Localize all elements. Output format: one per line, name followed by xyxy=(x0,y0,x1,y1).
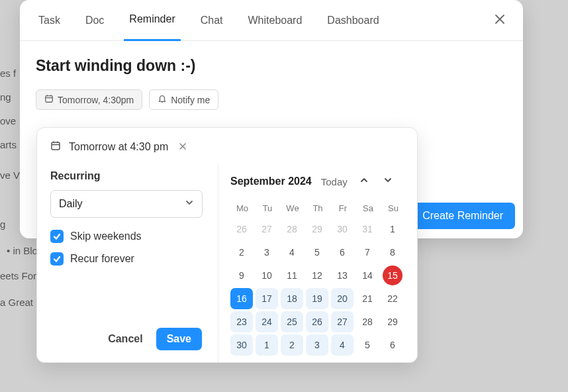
recur-forever-checkbox[interactable]: Recur forever xyxy=(50,252,205,266)
chip-row: Tomorrow, 4:30pm Notify me xyxy=(36,89,507,110)
save-button[interactable]: Save xyxy=(156,328,202,350)
calendar-day[interactable]: 1 xyxy=(381,219,404,240)
calendar-dow: Fr xyxy=(331,199,355,217)
calendar-day[interactable]: 12 xyxy=(306,265,328,286)
calendar-day[interactable]: 16 xyxy=(230,288,253,309)
checkbox-checked-icon xyxy=(50,230,64,243)
calendar-grid: MoTuWeThFrSaSu26272829303112345678910111… xyxy=(230,199,405,356)
calendar-day[interactable]: 30 xyxy=(331,219,354,240)
calendar-dow: Mo xyxy=(230,199,254,217)
calendar-day[interactable]: 29 xyxy=(381,311,404,332)
calendar-day[interactable]: 25 xyxy=(281,311,303,332)
skip-weekends-checkbox[interactable]: Skip weekends xyxy=(50,230,205,243)
schedule-chip[interactable]: Tomorrow, 4:30pm xyxy=(36,89,142,110)
calendar-day[interactable]: 4 xyxy=(331,334,354,356)
calendar-day[interactable]: 5 xyxy=(306,242,328,263)
calendar-dow: We xyxy=(281,199,305,217)
calendar-day[interactable]: 27 xyxy=(256,219,278,240)
tab-reminder[interactable]: Reminder xyxy=(124,0,180,41)
skip-weekends-label: Skip weekends xyxy=(70,230,142,242)
date-recurrence-popover: Tomorrow at 4:30 pm Recurring Daily Skip… xyxy=(36,127,418,363)
tab-whiteboard[interactable]: Whiteboard xyxy=(243,0,308,41)
calendar-dow: Sa xyxy=(356,199,380,217)
calendar-day[interactable]: 24 xyxy=(256,311,278,332)
calendar-day[interactable]: 4 xyxy=(281,242,303,263)
tab-dashboard[interactable]: Dashboard xyxy=(322,0,384,41)
calendar-day[interactable]: 9 xyxy=(230,265,253,286)
calendar-day[interactable]: 1 xyxy=(256,334,278,356)
calendar-day[interactable]: 29 xyxy=(306,219,328,240)
calendar-day[interactable]: 17 xyxy=(256,288,278,309)
calendar-day[interactable]: 7 xyxy=(356,242,379,263)
svg-rect-6 xyxy=(52,142,60,150)
calendar-icon xyxy=(44,94,54,105)
calendar-column: September 2024 Today MoTuWeThFrSaSu26272… xyxy=(218,164,417,362)
svg-rect-2 xyxy=(46,96,53,103)
create-reminder-button[interactable]: Create Reminder xyxy=(410,203,515,229)
calendar-day[interactable]: 20 xyxy=(331,288,354,309)
calendar-day[interactable]: 2 xyxy=(230,242,253,263)
calendar-day[interactable]: 27 xyxy=(331,311,354,332)
calendar-day[interactable]: 3 xyxy=(256,242,278,263)
bell-icon xyxy=(158,94,167,105)
calendar-day[interactable]: 3 xyxy=(306,334,328,356)
tab-task[interactable]: Task xyxy=(33,0,66,41)
calendar-day[interactable]: 28 xyxy=(356,311,379,332)
today-button[interactable]: Today xyxy=(321,176,348,187)
close-icon[interactable] xyxy=(490,9,510,32)
calendar-day[interactable]: 30 xyxy=(230,334,253,356)
frequency-value: Daily xyxy=(59,198,83,210)
calendar-day[interactable]: 8 xyxy=(381,242,404,263)
calendar-day[interactable]: 19 xyxy=(306,288,328,309)
recurring-column: Recurring Daily Skip weekends Recur fore… xyxy=(37,164,218,362)
cancel-button[interactable]: Cancel xyxy=(104,328,146,350)
calendar-day[interactable]: 31 xyxy=(356,219,379,240)
calendar-dow: Tu xyxy=(256,199,279,217)
calendar-day[interactable]: 26 xyxy=(230,219,253,240)
calendar-dow: Su xyxy=(381,199,405,217)
calendar-day[interactable]: 5 xyxy=(356,334,379,356)
calendar-day[interactable]: 6 xyxy=(331,242,354,263)
chevron-down-icon xyxy=(185,198,194,210)
modal-tabs: TaskDocReminderChatWhiteboardDashboard xyxy=(20,0,523,41)
calendar-day[interactable]: 10 xyxy=(256,265,278,286)
notify-chip[interactable]: Notify me xyxy=(149,89,218,110)
tab-chat[interactable]: Chat xyxy=(195,0,228,41)
calendar-day[interactable]: 26 xyxy=(306,311,328,332)
calendar-day[interactable]: 22 xyxy=(381,288,404,309)
notify-chip-label: Notify me xyxy=(171,95,210,105)
calendar-dow: Th xyxy=(306,199,330,217)
reminder-title[interactable]: Start winding down :-) xyxy=(36,57,507,75)
calendar-day[interactable]: 11 xyxy=(281,265,303,286)
calendar-day[interactable]: 6 xyxy=(381,334,404,356)
chevron-up-icon[interactable] xyxy=(357,173,371,190)
calendar-month-label: September 2024 xyxy=(230,175,312,187)
calendar-day[interactable]: 18 xyxy=(281,288,303,309)
clear-date-icon[interactable] xyxy=(176,138,189,156)
popover-body: Recurring Daily Skip weekends Recur fore… xyxy=(37,164,417,362)
recurring-actions: Cancel Save xyxy=(50,328,205,362)
calendar-day[interactable]: 21 xyxy=(356,288,379,309)
chevron-down-icon[interactable] xyxy=(381,173,395,190)
tab-doc[interactable]: Doc xyxy=(80,0,109,41)
popover-date-label: Tomorrow at 4:30 pm xyxy=(69,141,168,153)
calendar-day[interactable]: 13 xyxy=(331,265,354,286)
calendar-header: September 2024 Today xyxy=(230,173,405,190)
recur-forever-label: Recur forever xyxy=(70,253,134,265)
checkbox-checked-icon xyxy=(50,252,64,266)
recurring-title: Recurring xyxy=(50,170,205,182)
calendar-day[interactable]: 2 xyxy=(281,334,303,356)
calendar-day[interactable]: 23 xyxy=(230,311,253,332)
frequency-select[interactable]: Daily xyxy=(50,190,203,218)
popover-header: Tomorrow at 4:30 pm xyxy=(37,128,417,164)
calendar-day[interactable]: 28 xyxy=(281,219,303,240)
calendar-day[interactable]: 15 xyxy=(383,266,402,285)
calendar-day[interactable]: 14 xyxy=(356,265,379,286)
calendar-icon xyxy=(50,140,61,154)
schedule-chip-label: Tomorrow, 4:30pm xyxy=(58,95,134,105)
